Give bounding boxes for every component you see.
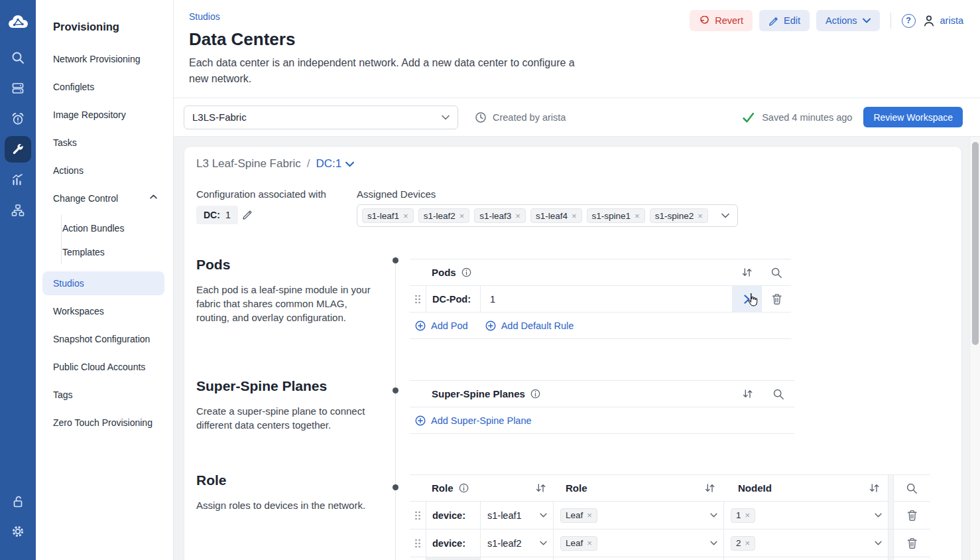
sort-icon[interactable] [732, 268, 761, 277]
remove-icon[interactable] [698, 212, 703, 220]
remove-icon[interactable] [745, 511, 751, 520]
add-superspine-plane-link[interactable]: Add Super-Spine Plane [415, 415, 532, 426]
sidebar-item-workspaces[interactable]: Workspaces [53, 305, 104, 318]
device-select[interactable]: s1-leaf1 [480, 502, 553, 529]
search-icon[interactable] [0, 50, 36, 65]
search-icon[interactable] [762, 388, 794, 400]
devices-icon[interactable] [0, 81, 36, 96]
remove-icon[interactable] [635, 212, 640, 220]
remove-icon[interactable] [572, 212, 577, 220]
sidebar-item-snapshot-configuration[interactable]: Snapshot Configuration [53, 332, 150, 346]
table-scrollbar-track[interactable] [888, 475, 894, 502]
nodeid-select[interactable]: 1 [723, 502, 888, 529]
sidebar-item-studios[interactable]: Studios [42, 271, 164, 295]
assigned-devices-select[interactable]: s1-leaf1 s1-leaf2 s1-leaf3 s1-leaf4 s1-s… [357, 204, 738, 227]
device-tag: s1-leaf3 [474, 208, 526, 223]
drag-handle-icon[interactable] [410, 529, 426, 557]
role-select[interactable]: Leaf [553, 529, 723, 557]
search-icon[interactable] [894, 482, 930, 494]
page-scrollbar-track[interactable] [969, 137, 980, 560]
sort-icon[interactable] [535, 484, 546, 492]
sidebar-item-action-bundles[interactable]: Action Bundles [62, 222, 124, 235]
nodeid-select[interactable]: 2 [723, 529, 888, 557]
add-pod-link[interactable]: Add Pod [415, 320, 468, 331]
pods-table-title-text: Pods [432, 267, 456, 278]
plus-circle-icon [415, 320, 426, 331]
drag-handle-icon[interactable] [410, 286, 426, 312]
add-pod-label: Add Pod [431, 320, 468, 331]
help-icon[interactable] [902, 14, 916, 28]
header-actions: Revert Edit Actions arista [690, 10, 963, 31]
saved-status: Saved 4 minutes ago [762, 112, 852, 123]
remove-icon[interactable] [403, 212, 408, 220]
pods-table: Pods DC-Pod: 1 [410, 259, 791, 339]
expand-pod-button[interactable] [732, 286, 761, 312]
sidebar-item-public-cloud-accounts[interactable]: Public Cloud Accounts [53, 360, 145, 374]
role-row-partial [410, 557, 930, 560]
remove-icon[interactable] [587, 539, 592, 547]
remove-icon[interactable] [745, 539, 751, 547]
role-select[interactable]: Leaf [553, 502, 723, 529]
metrics-icon[interactable] [0, 173, 36, 187]
workspace-select[interactable]: L3LS-Fabric [184, 105, 458, 129]
device-tag: s1-spine2 [650, 208, 708, 223]
table-scrollbar-track[interactable] [888, 502, 894, 529]
remove-icon[interactable] [587, 511, 592, 520]
role-tag-label: Leaf [566, 538, 583, 548]
search-icon[interactable] [761, 267, 791, 279]
sidebar-item-actions[interactable]: Actions [53, 164, 84, 177]
add-default-rule-link[interactable]: Add Default Rule [485, 320, 574, 331]
device-select[interactable]: s1-leaf2 [480, 529, 553, 557]
sort-icon[interactable] [733, 389, 762, 398]
review-workspace-button[interactable]: Review Workspace [863, 107, 963, 127]
pods-section-title: Pods [196, 257, 230, 273]
delete-pod-button[interactable] [761, 286, 791, 312]
revert-button[interactable]: Revert [690, 10, 753, 31]
remove-icon[interactable] [515, 212, 521, 220]
chevron-up-icon[interactable] [150, 194, 157, 199]
sidebar-item-templates[interactable]: Templates [62, 245, 105, 259]
provisioning-nav-active[interactable] [5, 136, 31, 163]
sort-icon[interactable] [869, 484, 880, 492]
topology-icon[interactable] [0, 203, 36, 218]
settings-gear-icon[interactable] [0, 524, 36, 539]
superspine-section-title: Super-Spine Planes [196, 378, 327, 394]
drag-handle-icon[interactable] [410, 502, 426, 529]
sort-icon[interactable] [704, 484, 715, 492]
created-by-text: Created by arista [493, 112, 566, 123]
actions-button[interactable]: Actions [816, 10, 880, 31]
device-tag-label: s1-spine1 [592, 211, 631, 221]
sidebar-item-network-provisioning[interactable]: Network Provisioning [53, 52, 141, 66]
sidebar-item-zero-touch-provisioning[interactable]: Zero Touch Provisioning [53, 416, 153, 429]
studio-breadcrumb-parent[interactable]: L3 Leaf-Spine Fabric [196, 157, 301, 171]
sidebar-item-tasks[interactable]: Tasks [53, 136, 77, 149]
sidebar-item-configlets[interactable]: Configlets [53, 80, 94, 94]
breadcrumb-studios[interactable]: Studios [189, 11, 220, 22]
device-tag: s1-leaf1 [362, 208, 414, 223]
cloudvision-logo-icon[interactable] [0, 14, 36, 31]
user-menu[interactable]: arista [922, 14, 963, 27]
sidebar-item-tags[interactable]: Tags [53, 388, 73, 401]
device-tag-label: s1-leaf3 [479, 211, 511, 221]
remove-icon[interactable] [459, 212, 465, 220]
role-row-label: device: [426, 529, 480, 557]
superspine-section-description: Create a super-spine plane to connect di… [196, 404, 378, 432]
timeline-dot-role [393, 484, 398, 490]
content-area: L3 Leaf-Spine Fabric / DC:1 Configuratio… [174, 137, 980, 560]
edit-button[interactable]: Edit [759, 10, 810, 31]
page-scrollbar-thumb[interactable] [972, 142, 979, 345]
pod-name-input[interactable]: 1 [480, 286, 732, 312]
role-section-description: Assign roles to devices in the network. [196, 498, 389, 512]
edit-dc-pencil-icon[interactable] [242, 209, 253, 220]
unlock-icon[interactable] [0, 494, 36, 509]
delete-role-row-button[interactable] [894, 502, 930, 529]
pods-table-header: Pods [410, 259, 791, 286]
table-scrollbar-track[interactable] [888, 529, 894, 557]
studio-breadcrumb-current[interactable]: DC:1 [316, 157, 355, 171]
delete-role-row-button[interactable] [894, 529, 930, 557]
sidebar-item-image-repository[interactable]: Image Repository [53, 108, 126, 121]
sidebar-item-change-control[interactable]: Change Control [53, 192, 118, 205]
events-alarm-icon[interactable] [0, 111, 36, 126]
chevron-down-icon[interactable] [721, 213, 729, 218]
info-icon [530, 389, 540, 399]
